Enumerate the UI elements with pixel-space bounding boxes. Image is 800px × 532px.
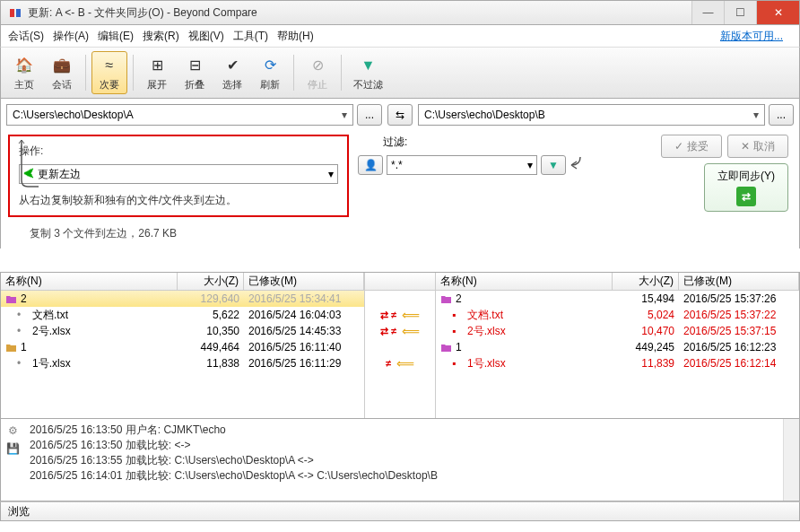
operation-description: 从右边复制较新和独有的文件/文件夹到左边。 xyxy=(19,193,338,208)
filter-label: 过滤: xyxy=(383,135,605,150)
connector-icon xyxy=(570,155,605,175)
right-path-input[interactable]: C:\Users\echo\Desktop\B▾ xyxy=(418,104,765,126)
log-line: 2016/5/25 16:13:50 加载比较: <-> xyxy=(30,438,778,453)
folder-icon xyxy=(440,294,453,304)
menu-bar: 会话(S) 操作(A) 编辑(E) 搜索(R) 视图(V) 工具(T) 帮助(H… xyxy=(0,25,800,47)
save-icon[interactable]: 💾 xyxy=(6,442,20,455)
select-button[interactable]: ✔选择 xyxy=(214,51,250,94)
compare-indicator xyxy=(365,339,435,355)
toolbar: 🏠主页 💼会话 ≈次要 ⊞展开 ⊟折叠 ✔选择 ⟳刷新 ⊘停止 ▼不过滤 xyxy=(0,47,800,99)
compare-indicator xyxy=(365,291,435,307)
accept-button[interactable]: ✓接受 xyxy=(661,135,722,158)
cancel-button[interactable]: ✕取消 xyxy=(727,135,788,158)
expand-button[interactable]: ⊞展开 xyxy=(139,51,175,94)
x-icon: ✕ xyxy=(741,140,750,153)
not-equal-icon: ⇄ ≠ xyxy=(380,326,396,337)
menu-action[interactable]: 操作(A) xyxy=(53,29,89,44)
table-row[interactable]: 2129,6402016/5/25 15:34:41 xyxy=(1,291,364,307)
log-line: 2016/5/25 16:13:50 用户名: CJMKT\echo xyxy=(30,423,778,438)
grid-body[interactable]: 215,4942016/5/25 15:37:26文档.txt5,0242016… xyxy=(436,291,799,418)
new-version-link[interactable]: 新版本可用... xyxy=(720,29,783,44)
col-name[interactable]: 名称(N) xyxy=(436,273,613,290)
minimize-button[interactable]: — xyxy=(691,1,724,24)
table-row[interactable]: •文档.txt5,6222016/5/24 16:04:03 xyxy=(1,307,364,323)
chevron-down-icon[interactable]: ▾ xyxy=(527,159,533,171)
operation-box: 操作: ⮜更新左边 ▾ 从右边复制较新和独有的文件/文件夹到左边。 xyxy=(8,135,349,217)
log-panel: ⚙ 💾 2016/5/25 16:13:50 用户名: CJMKT\echo20… xyxy=(0,419,800,501)
col-name[interactable]: 名称(N) xyxy=(1,273,178,290)
table-row[interactable]: 2号.xlsx10,4702016/5/25 15:37:15 xyxy=(436,323,799,339)
left-browse-button[interactable]: ... xyxy=(357,104,382,126)
arrow-left-icon: ⟸ xyxy=(402,308,420,322)
table-row[interactable]: •1号.xlsx11,8382016/5/25 16:11:29 xyxy=(1,355,364,371)
operation-select[interactable]: ⮜更新左边 ▾ xyxy=(19,164,338,184)
action-area: 操作: ⮜更新左边 ▾ 从右边复制较新和独有的文件/文件夹到左边。 复制 3 个… xyxy=(0,131,800,249)
window-title: 更新: A <- B - 文件夹同步(O) - Beyond Compare xyxy=(28,5,691,21)
separator xyxy=(85,55,86,91)
nofilter-button[interactable]: ▼不过滤 xyxy=(347,51,389,94)
col-size[interactable]: 大小(Z) xyxy=(613,273,679,290)
menu-search[interactable]: 搜索(R) xyxy=(143,29,179,44)
compare-indicator: ⇄ ≠⟸ xyxy=(365,323,435,339)
filter-presets-button[interactable]: 👤 xyxy=(358,155,383,175)
file-icon: • xyxy=(17,325,30,337)
log-line: 2016/5/25 16:14:01 加载比较: C:\Users\echo\D… xyxy=(30,468,778,484)
svg-rect-1 xyxy=(16,9,21,17)
menu-help[interactable]: 帮助(H) xyxy=(277,29,314,44)
col-size[interactable]: 大小(Z) xyxy=(178,273,244,290)
log-line: 2016/5/25 16:13:55 加载比较: C:\Users\echo\D… xyxy=(30,453,778,468)
table-row[interactable]: 文档.txt5,0242016/5/25 15:37:22 xyxy=(436,307,799,323)
chevron-down-icon[interactable]: ▾ xyxy=(342,109,347,121)
approx-icon: ≈ xyxy=(106,55,114,76)
filter-input[interactable]: *.*▾ xyxy=(387,155,537,175)
gear-icon[interactable]: ⚙ xyxy=(8,424,18,437)
svg-rect-0 xyxy=(10,9,14,17)
table-row[interactable]: 1号.xlsx11,8392016/5/25 16:12:14 xyxy=(436,355,799,371)
table-row[interactable]: •2号.xlsx10,3502016/5/25 14:45:33 xyxy=(1,323,364,339)
log-body[interactable]: 2016/5/25 16:13:50 用户名: CJMKT\echo2016/5… xyxy=(24,419,783,501)
compare-indicator: ⇄ ≠⟸ xyxy=(365,307,435,323)
chevron-down-icon[interactable]: ▾ xyxy=(753,109,759,121)
not-equal-icon: ≠ xyxy=(386,358,391,369)
table-row[interactable]: 1449,2452016/5/25 16:12:23 xyxy=(436,339,799,355)
funnel-icon: ▼ xyxy=(361,55,376,76)
grid-header: 名称(N) 大小(Z) 已修改(M) xyxy=(1,273,364,291)
grid-body: ⇄ ≠⟸⇄ ≠⟸ ≠⟸ xyxy=(365,291,435,371)
menu-tool[interactable]: 工具(T) xyxy=(233,29,268,44)
filter-apply-button[interactable]: ▼ xyxy=(541,155,566,175)
table-row[interactable]: 215,4942016/5/25 15:37:26 xyxy=(436,291,799,307)
chevron-down-icon[interactable]: ▾ xyxy=(328,168,334,180)
collapse-button[interactable]: ⊟折叠 xyxy=(177,51,213,94)
col-modified[interactable]: 已修改(M) xyxy=(244,273,364,290)
sync-now-button[interactable]: 立即同步(Y) ⇄ xyxy=(704,163,788,212)
status-bar: 浏览 xyxy=(0,501,800,521)
expand-icon: ⊞ xyxy=(152,55,163,76)
close-button[interactable]: ✕ xyxy=(756,1,799,24)
menu-view[interactable]: 视图(V) xyxy=(188,29,224,44)
home-button[interactable]: 🏠主页 xyxy=(6,51,42,94)
swap-button[interactable]: ⇆ xyxy=(387,104,413,126)
table-row[interactable]: 1449,4642016/5/25 16:11:40 xyxy=(1,339,364,355)
right-grid: 名称(N) 大小(Z) 已修改(M) 215,4942016/5/25 15:3… xyxy=(436,273,799,418)
right-browse-button[interactable]: ... xyxy=(769,104,794,126)
compare-indicator: ≠⟸ xyxy=(365,355,435,371)
file-icon xyxy=(452,309,465,321)
file-icon xyxy=(452,325,465,337)
session-button[interactable]: 💼会话 xyxy=(44,51,80,94)
arrow-left-icon: ⟸ xyxy=(402,324,420,338)
not-equal-icon: ⇄ ≠ xyxy=(380,310,396,321)
col-modified[interactable]: 已修改(M) xyxy=(679,273,799,290)
file-icon xyxy=(452,357,465,370)
separator xyxy=(293,55,294,91)
left-path-input[interactable]: C:\Users\echo\Desktop\A▾ xyxy=(6,104,353,126)
swap-icon: ⇆ xyxy=(396,109,404,121)
grid-body[interactable]: 2129,6402016/5/25 15:34:41•文档.txt5,62220… xyxy=(1,291,364,418)
refresh-button[interactable]: ⟳刷新 xyxy=(252,51,288,94)
minor-button[interactable]: ≈次要 xyxy=(91,51,127,94)
menu-session[interactable]: 会话(S) xyxy=(8,29,44,44)
check-icon: ✓ xyxy=(674,140,683,153)
path-bar: C:\Users\echo\Desktop\A▾ ... ⇆ C:\Users\… xyxy=(0,99,800,131)
menu-edit[interactable]: 编辑(E) xyxy=(98,29,134,44)
maximize-button[interactable]: ☐ xyxy=(724,1,756,24)
scrollbar[interactable] xyxy=(783,419,799,501)
